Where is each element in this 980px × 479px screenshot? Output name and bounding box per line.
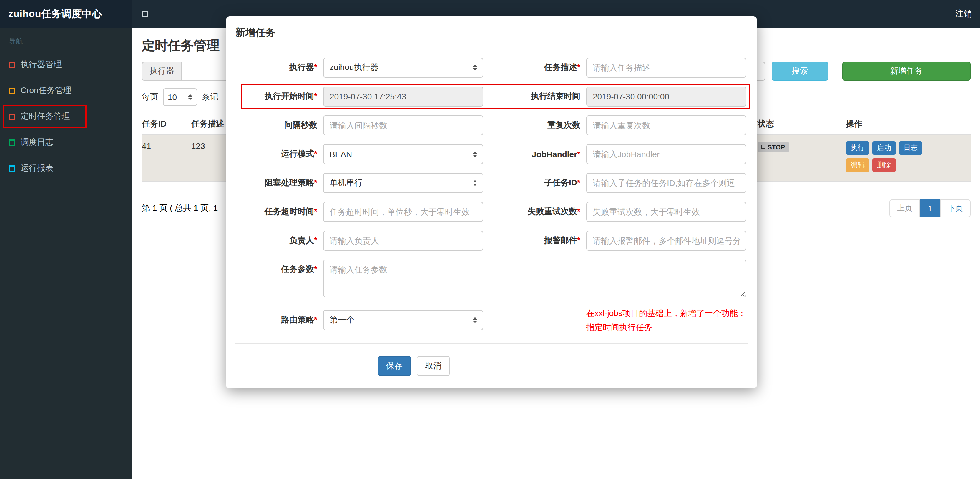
modal-body: 执行器 zuihou执行器 任务描述 执行开始时间 执行结束时 <box>226 48 757 376</box>
square-icon <box>761 145 765 149</box>
feature-note-line1: 在xxl-jobs项目的基础上，新增了一个功能： <box>586 306 746 320</box>
delete-button[interactable]: 删除 <box>872 158 896 172</box>
route-strategy-select[interactable]: 第一个 <box>323 310 483 330</box>
column-header-actions: 操作 <box>846 119 970 129</box>
executor-select-value: zuihou执行器 <box>329 62 379 73</box>
select-arrows-icon <box>473 65 477 71</box>
page-size-select[interactable]: 10 <box>163 88 197 106</box>
form-row: 运行模式 BEAN JobHandler <box>235 144 748 164</box>
form-row: 阻塞处理策略 单机串行 子任务ID <box>235 173 748 193</box>
block-strategy-select[interactable]: 单机串行 <box>323 173 483 193</box>
child-job-input[interactable] <box>586 173 746 193</box>
form-row: 负责人 报警邮件 <box>235 231 748 251</box>
owner-input[interactable] <box>323 231 483 251</box>
page-size-value: 10 <box>168 92 177 102</box>
add-task-button[interactable]: 新增任务 <box>842 62 970 81</box>
start-time-label: 执行开始时间 <box>235 91 323 102</box>
sidebar: 导航 执行器管理 Cron任务管理 定时任务管理 调度日志 运行报表 <box>0 28 132 479</box>
search-button[interactable]: 搜索 <box>772 62 828 81</box>
run-mode-label: 运行模式 <box>235 149 323 159</box>
modal-header: 新增任务 <box>226 16 757 48</box>
interval-label: 间隔秒数 <box>235 120 323 130</box>
red-square-icon <box>9 113 15 120</box>
status-badge: STOP <box>757 142 789 152</box>
next-page-button[interactable]: 下页 <box>940 199 970 217</box>
per-page-label: 每页 <box>142 92 158 102</box>
status-text: STOP <box>767 143 785 150</box>
pagination: 上页 1 下页 <box>889 199 970 217</box>
executor-select[interactable]: zuihou执行器 <box>323 58 483 78</box>
save-button[interactable]: 保存 <box>378 356 411 376</box>
cancel-button[interactable]: 取消 <box>417 356 450 376</box>
execute-button[interactable]: 执行 <box>846 141 869 155</box>
executor-filter-label: 执行器 <box>142 62 181 81</box>
modal-title: 新增任务 <box>235 26 748 40</box>
sidebar-item-label: 执行器管理 <box>21 59 62 70</box>
retry-input[interactable] <box>586 202 746 222</box>
green-square-icon <box>9 139 15 146</box>
sidebar-item-executor-management[interactable]: 执行器管理 <box>0 52 132 78</box>
block-strategy-label: 阻塞处理策略 <box>235 178 323 188</box>
feature-note: 在xxl-jobs项目的基础上，新增了一个功能： 指定时间执行任务 <box>586 306 746 334</box>
form-row: 间隔秒数 重复次数 <box>235 115 748 135</box>
run-mode-select-value: BEAN <box>329 150 352 159</box>
select-arrows-icon <box>473 180 477 186</box>
route-strategy-label: 路由策略 <box>235 315 323 325</box>
retry-label: 失败重试次数 <box>483 207 586 217</box>
pagination-summary: 第 1 页 ( 总共 1 页, 1 <box>142 203 218 213</box>
action-row-2: 编辑 删除 <box>846 158 970 172</box>
prev-page-button[interactable]: 上页 <box>889 199 920 217</box>
log-button[interactable]: 日志 <box>899 141 922 155</box>
job-param-label: 任务参数 <box>235 259 323 275</box>
form-row: 执行器 zuihou执行器 任务描述 <box>235 58 748 78</box>
job-desc-label: 任务描述 <box>483 62 586 73</box>
child-job-label: 子任务ID <box>483 178 586 188</box>
cell-job-id: 41 <box>142 141 191 151</box>
select-arrows-icon <box>188 94 192 100</box>
form-row: 任务参数 <box>235 259 748 297</box>
select-arrows-icon <box>473 317 477 323</box>
add-task-modal: 新增任务 执行器 zuihou执行器 任务描述 执行开始时间 <box>226 16 757 388</box>
job-handler-input[interactable] <box>586 144 746 164</box>
job-desc-input[interactable] <box>586 58 746 78</box>
job-handler-label: JobHandler <box>483 150 586 159</box>
sidebar-item-scheduled-task-management[interactable]: 定时任务管理 <box>0 103 132 129</box>
executor-label: 执行器 <box>235 62 323 73</box>
red-square-icon <box>9 62 15 68</box>
owner-label: 负责人 <box>235 236 323 246</box>
app-title[interactable]: zuihou任务调度中心 <box>0 0 132 28</box>
select-arrows-icon <box>473 151 477 157</box>
form-row: 路由策略 第一个 在xxl-jobs项目的基础上，新增了一个功能： 指定时间执行… <box>235 306 748 334</box>
page-1-button[interactable]: 1 <box>920 199 940 217</box>
edit-button[interactable]: 编辑 <box>846 158 869 172</box>
sidebar-item-run-report[interactable]: 运行报表 <box>0 155 132 181</box>
logout-link[interactable]: 注销 <box>955 8 980 19</box>
start-time-input[interactable] <box>323 86 483 107</box>
form-row: 任务超时时间 失败重试次数 <box>235 202 748 222</box>
form-row-time: 执行开始时间 执行结束时间 <box>235 86 748 107</box>
sidebar-item-label: Cron任务管理 <box>21 85 72 96</box>
interval-input[interactable] <box>323 115 483 135</box>
sidebar-item-label: 运行报表 <box>21 163 54 173</box>
timeout-input[interactable] <box>323 202 483 222</box>
job-param-textarea[interactable] <box>323 259 746 297</box>
end-time-input[interactable] <box>586 86 746 107</box>
yellow-square-icon <box>9 88 15 94</box>
per-page-suffix: 条记 <box>202 92 218 102</box>
aqua-square-icon <box>9 165 15 172</box>
run-mode-select[interactable]: BEAN <box>323 144 483 164</box>
action-row-1: 执行 启动 日志 <box>846 141 970 155</box>
timeout-label: 任务超时时间 <box>235 207 323 217</box>
column-header-job-id: 任务ID <box>142 119 191 129</box>
alarm-email-input[interactable] <box>586 231 746 251</box>
sidebar-nav-label: 导航 <box>0 28 132 52</box>
app: zuihou任务调度中心 注销 导航 执行器管理 Cron任务管理 定时任务管理… <box>0 0 980 479</box>
start-button[interactable]: 启动 <box>872 141 896 155</box>
sidebar-item-dispatch-log[interactable]: 调度日志 <box>0 129 132 155</box>
sidebar-toggle-icon[interactable] <box>142 11 148 17</box>
sidebar-item-cron-task-management[interactable]: Cron任务管理 <box>0 78 132 103</box>
repeat-input[interactable] <box>586 115 746 135</box>
repeat-label: 重复次数 <box>483 120 586 130</box>
sidebar-item-label: 调度日志 <box>21 137 54 148</box>
cell-actions: 执行 启动 日志 编辑 删除 <box>846 141 970 175</box>
